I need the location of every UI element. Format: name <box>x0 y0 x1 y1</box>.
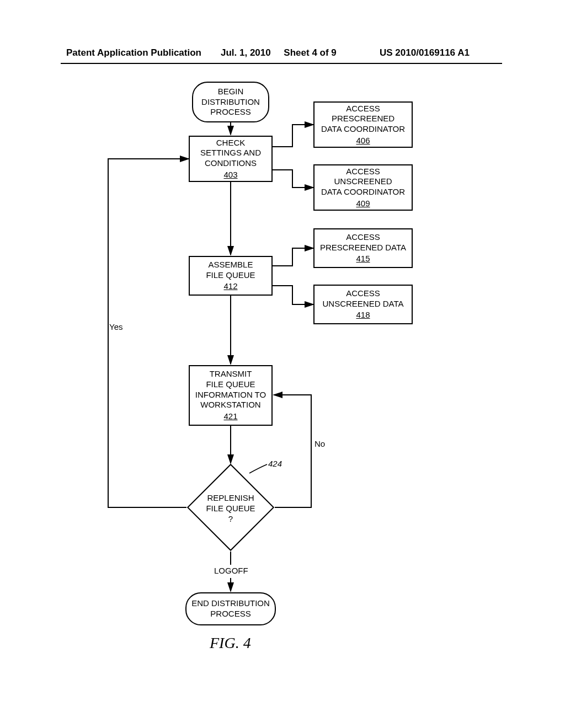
header-right: US 2010/0169116 A1 <box>380 47 470 58</box>
process-418-ref: 418 <box>356 310 370 320</box>
process-406: ACCESS PRESCREENED DATA COORDINATOR 406 <box>313 101 413 148</box>
process-421-text: TRANSMIT FILE QUEUE INFORMATION TO WORKS… <box>195 369 266 410</box>
process-415: ACCESS PRESCREENED DATA 415 <box>313 228 413 268</box>
process-412-text: ASSEMBLE FILE QUEUE <box>206 260 255 281</box>
terminator-end: END DISTRIBUTION PROCESS <box>185 592 276 625</box>
header-divider <box>61 63 502 64</box>
process-409: ACCESS UNSCREENED DATA COORDINATOR 409 <box>313 164 413 211</box>
connector-lines <box>0 77 565 706</box>
decision-424-text: REPLENISH FILE QUEUE ? <box>206 493 255 523</box>
process-415-text: ACCESS PRESCREENED DATA <box>320 232 406 253</box>
end-text: END DISTRIBUTION PROCESS <box>191 598 270 619</box>
header-sheet: Sheet 4 of 9 <box>284 47 336 58</box>
process-421: TRANSMIT FILE QUEUE INFORMATION TO WORKS… <box>189 365 273 426</box>
process-412-ref: 412 <box>223 281 237 292</box>
process-406-text: ACCESS PRESCREENED DATA COORDINATOR <box>321 104 405 135</box>
decision-424-label: REPLENISH FILE QUEUE ? <box>186 493 275 524</box>
header-left: Patent Application Publication <box>66 47 201 58</box>
figure-label: FIG. 4 <box>210 634 251 652</box>
label-yes: Yes <box>109 322 122 331</box>
process-409-ref: 409 <box>356 199 370 209</box>
process-406-ref: 406 <box>356 136 370 146</box>
header-mid: Jul. 1, 2010 Sheet 4 of 9 <box>221 47 337 58</box>
process-418-text: ACCESS UNSCREENED DATA <box>323 288 404 309</box>
flowchart-diagram: BEGIN DISTRIBUTION PROCESS CHECK SETTING… <box>0 77 565 706</box>
begin-text: BEGIN DISTRIBUTION PROCESS <box>201 87 260 117</box>
header-date: Jul. 1, 2010 <box>221 47 271 58</box>
terminator-begin: BEGIN DISTRIBUTION PROCESS <box>192 82 269 122</box>
process-403-text: CHECK SETTINGS AND CONDITIONS <box>200 138 261 169</box>
decision-424-ref: 424 <box>268 459 282 468</box>
process-418: ACCESS UNSCREENED DATA 418 <box>313 285 413 324</box>
process-403-ref: 403 <box>223 170 237 180</box>
label-logoff: LOGOFF <box>214 566 248 575</box>
process-412: ASSEMBLE FILE QUEUE 412 <box>189 256 273 296</box>
process-409-text: ACCESS UNSCREENED DATA COORDINATOR <box>321 167 405 197</box>
process-415-ref: 415 <box>356 254 370 264</box>
process-403: CHECK SETTINGS AND CONDITIONS 403 <box>189 136 273 182</box>
label-no: No <box>315 439 325 448</box>
process-421-ref: 421 <box>223 411 237 422</box>
